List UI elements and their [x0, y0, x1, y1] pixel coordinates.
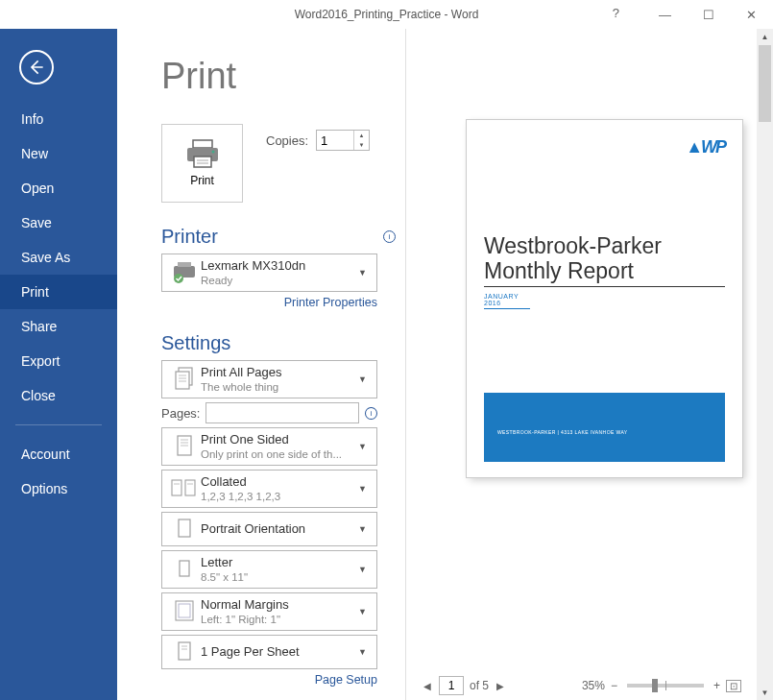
- preview-status-bar: ◀ of 5 ▶ 35% − + ⊡: [406, 671, 757, 700]
- pages-input[interactable]: [205, 402, 359, 423]
- restore-button[interactable]: ☐: [687, 0, 730, 29]
- svg-rect-2: [194, 157, 211, 167]
- help-button[interactable]: ?: [613, 6, 619, 20]
- sidebar-item-open[interactable]: Open: [0, 171, 117, 205]
- collate-selector[interactable]: Collated 1,2,3 1,2,3 1,2,3 ▼: [161, 470, 377, 508]
- paper-subtitle: 8.5" x 11": [201, 570, 354, 584]
- sidebar-divider: [15, 424, 102, 425]
- svg-point-8: [174, 274, 183, 283]
- paper-size-selector[interactable]: Letter 8.5" x 11" ▼: [161, 550, 377, 589]
- chevron-down-icon: ▼: [354, 565, 371, 574]
- sidebar-item-export[interactable]: Export: [0, 344, 117, 378]
- margins-selector[interactable]: Normal Margins Left: 1" Right: 1" ▼: [161, 592, 377, 631]
- sidebar-item-save-as[interactable]: Save As: [0, 240, 117, 275]
- print-button-label: Print: [190, 174, 214, 187]
- page-number-input[interactable]: [439, 676, 464, 695]
- margins-title: Normal Margins: [201, 597, 354, 613]
- print-button[interactable]: Print: [161, 124, 243, 203]
- preview-scrollbar[interactable]: ▲ ▼: [757, 29, 773, 700]
- svg-rect-23: [180, 561, 189, 576]
- close-window-button[interactable]: ✕: [730, 0, 773, 29]
- document-title: Word2016_Printing_Practice - Word: [295, 8, 479, 21]
- sidebar-item-save[interactable]: Save: [0, 205, 117, 240]
- orientation-selector[interactable]: Portrait Orientation ▼: [161, 512, 377, 546]
- chevron-down-icon: ▼: [354, 442, 371, 451]
- printer-info-icon[interactable]: i: [383, 230, 396, 243]
- sidebar-item-share[interactable]: Share: [0, 309, 117, 344]
- duplex-selector[interactable]: Print One Sided Only print on one side o…: [161, 427, 377, 466]
- paper-title: Letter: [201, 555, 354, 570]
- scroll-down-icon[interactable]: ▼: [757, 685, 773, 700]
- pages-info-icon[interactable]: i: [365, 407, 377, 420]
- copies-input[interactable]: [317, 131, 353, 150]
- print-range-title: Print All Pages: [201, 365, 354, 380]
- scroll-up-icon[interactable]: ▲: [757, 29, 773, 45]
- svg-rect-22: [179, 519, 190, 537]
- svg-rect-18: [172, 480, 181, 495]
- print-preview-panel: ▲ ▼ ▲WP Westbrook-Parker Monthly Report …: [405, 29, 773, 700]
- zoom-level: 35%: [582, 679, 605, 692]
- margins-icon: [174, 599, 195, 624]
- duplex-title: Print One Sided: [201, 432, 354, 447]
- print-settings-panel: Print Print Copies:: [117, 29, 405, 700]
- one-sided-icon: [175, 434, 194, 459]
- sheet-title: 1 Page Per Sheet: [201, 644, 354, 660]
- prev-page-button[interactable]: ◀: [422, 681, 433, 691]
- printer-heading: Printer: [161, 226, 218, 248]
- printer-icon: [186, 139, 219, 168]
- zoom-slider[interactable]: [627, 684, 704, 688]
- pages-label: Pages:: [161, 406, 200, 421]
- sheet-icon: [176, 640, 193, 664]
- copies-label: Copies:: [266, 133, 308, 148]
- portrait-icon: [176, 518, 193, 541]
- svg-rect-25: [179, 604, 190, 617]
- chevron-down-icon: ▼: [354, 647, 371, 657]
- sidebar-item-info[interactable]: Info: [0, 102, 117, 136]
- print-range-selector[interactable]: Print All Pages The whole thing ▼: [161, 360, 377, 398]
- page-heading: Print: [161, 56, 405, 97]
- chevron-down-icon: ▼: [354, 374, 371, 384]
- preview-footer: WESTBROOK-PARKER | 4313 LAKE IVANHOE WAY: [484, 393, 725, 462]
- letter-icon: [176, 558, 193, 581]
- fit-to-window-button[interactable]: ⊡: [726, 680, 741, 692]
- duplex-subtitle: Only print on one side of th...: [201, 447, 354, 461]
- backstage-sidebar: Info New Open Save Save As Print Share E…: [0, 29, 117, 700]
- chevron-down-icon: ▼: [354, 484, 371, 494]
- copies-up-icon[interactable]: ▲: [354, 131, 369, 140]
- copies-down-icon[interactable]: ▼: [354, 140, 369, 150]
- collate-subtitle: 1,2,3 1,2,3 1,2,3: [201, 490, 354, 503]
- sidebar-item-close[interactable]: Close: [0, 378, 117, 413]
- print-range-subtitle: The whole thing: [201, 380, 354, 394]
- settings-heading: Settings: [161, 332, 230, 354]
- printer-device-icon: [171, 261, 198, 284]
- orientation-title: Portrait Orientation: [201, 521, 354, 537]
- collated-icon: [170, 477, 199, 500]
- chevron-down-icon: ▼: [354, 524, 371, 534]
- scroll-thumb[interactable]: [759, 45, 771, 122]
- zoom-out-button[interactable]: −: [611, 679, 617, 692]
- pages-icon: [174, 367, 195, 392]
- collate-title: Collated: [201, 474, 354, 490]
- svg-rect-10: [176, 372, 189, 389]
- printer-properties-link[interactable]: Printer Properties: [161, 296, 377, 309]
- sidebar-item-new[interactable]: New: [0, 136, 117, 171]
- pages-per-sheet-selector[interactable]: 1 Page Per Sheet ▼: [161, 635, 377, 669]
- page-setup-link[interactable]: Page Setup: [161, 673, 377, 687]
- sidebar-item-print[interactable]: Print: [0, 275, 117, 309]
- sidebar-item-options[interactable]: Options: [0, 471, 117, 506]
- svg-rect-26: [179, 642, 190, 660]
- back-button[interactable]: [19, 50, 54, 84]
- preview-page: ▲WP Westbrook-Parker Monthly Report JANU…: [467, 120, 742, 477]
- printer-status: Ready: [201, 274, 354, 287]
- zoom-in-button[interactable]: +: [713, 679, 720, 692]
- preview-date: JANUARY 2016: [484, 293, 530, 309]
- printer-selector[interactable]: Lexmark MX310dn Ready ▼: [161, 253, 377, 292]
- copies-spinner[interactable]: ▲ ▼: [316, 130, 370, 151]
- zoom-handle[interactable]: [652, 679, 658, 692]
- preview-logo: ▲WP: [686, 137, 725, 157]
- sidebar-item-account[interactable]: Account: [0, 437, 117, 471]
- minimize-button[interactable]: —: [643, 0, 687, 29]
- next-page-button[interactable]: ▶: [495, 681, 506, 691]
- back-arrow-icon: [27, 58, 46, 77]
- preview-title-line2: Monthly Report: [484, 258, 634, 283]
